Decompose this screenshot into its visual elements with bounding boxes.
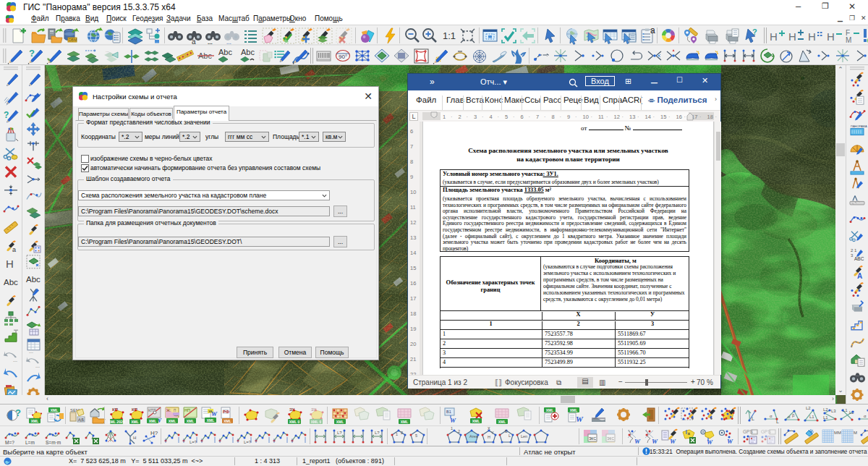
- svg-text:H: H: [827, 30, 835, 43]
- svg-text:XML: XML: [401, 420, 409, 424]
- svg-text:A: A: [857, 272, 862, 280]
- svg-text:L: L: [509, 433, 511, 438]
- svg-text:H: H: [488, 435, 490, 439]
- svg-text:S=m·m: S=m·m: [46, 440, 61, 445]
- svg-text:...: ...: [35, 363, 40, 368]
- svg-text:H: H: [770, 30, 778, 43]
- svg-text:L?: L?: [337, 431, 342, 435]
- svg-text:H: H: [808, 30, 816, 43]
- svg-text:ABC: ABC: [854, 256, 864, 261]
- svg-text:DBM: DBM: [69, 38, 77, 42]
- svg-text:XML: XML: [224, 419, 231, 423]
- svg-text:ПАНОРАМА: ПАНОРАМА: [851, 124, 867, 128]
- svg-text:XML 0: XML 0: [289, 420, 300, 424]
- svg-text:L1: L1: [823, 415, 828, 420]
- svg-text:Ж:: Ж:: [166, 408, 171, 412]
- svg-text:5: 5: [415, 433, 417, 438]
- svg-text:MM: MM: [834, 431, 841, 435]
- svg-text:XML 0: XML 0: [311, 420, 322, 424]
- svg-text:РФ: РФ: [223, 410, 229, 414]
- svg-text:L?: L?: [375, 431, 380, 435]
- svg-text:2: 2: [401, 431, 403, 435]
- svg-text:L1: L1: [809, 415, 814, 419]
- svg-text:α: α: [788, 415, 791, 419]
- svg-text:H: H: [133, 436, 136, 440]
- svg-text:XML: XML: [336, 420, 344, 424]
- svg-text:XML: XML: [207, 418, 215, 423]
- svg-text:W: W: [707, 439, 713, 446]
- svg-text:W: W: [634, 438, 641, 445]
- svg-text:W: W: [670, 438, 676, 445]
- svg-text:W: W: [211, 410, 218, 418]
- svg-text:Area: Area: [469, 434, 479, 439]
- svg-text:M: M: [846, 36, 851, 44]
- svg-text:ЭКС: ЭКС: [607, 436, 614, 441]
- svg-text:Len: Len: [521, 434, 527, 439]
- svg-text:XML: XML: [149, 419, 157, 423]
- svg-text:Abc: Abc: [218, 48, 232, 56]
- svg-text:?: ?: [15, 407, 21, 418]
- svg-text:W: W: [450, 417, 456, 424]
- svg-text:α: α: [864, 414, 867, 418]
- svg-text:Abc: Abc: [4, 278, 18, 287]
- svg-text:L=m: L=m: [25, 440, 35, 445]
- svg-text:XML: XML: [498, 420, 506, 424]
- svg-text:2: 2: [458, 429, 460, 433]
- svg-text:a: a: [650, 25, 655, 35]
- svg-text:XML: XML: [51, 408, 59, 412]
- svg-text:X: X: [488, 426, 490, 431]
- svg-text:L=?: L=?: [244, 440, 252, 444]
- svg-text:M: M: [854, 431, 857, 435]
- svg-text:W: W: [652, 438, 658, 445]
- svg-text:XML 2024: XML 2024: [109, 420, 125, 424]
- svg-text:XML: XML: [546, 408, 554, 412]
- svg-text:?: ?: [4, 110, 9, 120]
- svg-text:Y: Y: [491, 431, 494, 435]
- svg-text:M=?: M=?: [5, 440, 14, 445]
- svg-text:...: ...: [29, 349, 33, 354]
- svg-text:XML: XML: [169, 419, 176, 423]
- svg-text:90°: 90°: [339, 54, 347, 60]
- svg-text:XML: XML: [187, 419, 195, 423]
- svg-text:L3: L3: [831, 409, 836, 413]
- svg-text:Abc: Abc: [241, 48, 255, 56]
- svg-text:3: 3: [851, 253, 854, 258]
- svg-text:ЭКС: ЭКС: [589, 436, 596, 441]
- svg-text:...: ...: [13, 357, 17, 363]
- svg-text:НП: НП: [184, 408, 190, 412]
- svg-text:XML: XML: [472, 419, 480, 423]
- svg-text:В1: В1: [446, 410, 451, 414]
- svg-text:Abc: Abc: [26, 275, 41, 284]
- svg-text:W: W: [576, 415, 584, 423]
- svg-text:L2: L2: [823, 407, 828, 412]
- svg-text:H: H: [788, 30, 796, 43]
- svg-text:?: ?: [752, 27, 757, 36]
- svg-text:α: α: [770, 414, 773, 418]
- svg-text:XML: XML: [570, 408, 578, 412]
- svg-text:β: β: [792, 413, 795, 418]
- svg-text:1: 1: [451, 426, 453, 431]
- svg-text:1: 1: [396, 432, 398, 436]
- svg-text:2 1: 2 1: [851, 248, 857, 253]
- svg-text:...: ...: [106, 48, 109, 53]
- svg-text:H: H: [6, 258, 14, 270]
- svg-text:W: W: [727, 438, 733, 445]
- svg-text:B: B: [505, 429, 508, 433]
- svg-text:XML: XML: [31, 419, 39, 423]
- svg-text:L2: L2: [806, 406, 811, 410]
- svg-text:П: П: [174, 409, 176, 412]
- svg-text:1:1: 1:1: [443, 30, 456, 41]
- svg-text:L=?: L=?: [190, 440, 197, 444]
- svg-text:А|Б: А|Б: [78, 418, 85, 422]
- svg-text:XML: XML: [131, 420, 139, 424]
- svg-text:a: a: [12, 246, 16, 253]
